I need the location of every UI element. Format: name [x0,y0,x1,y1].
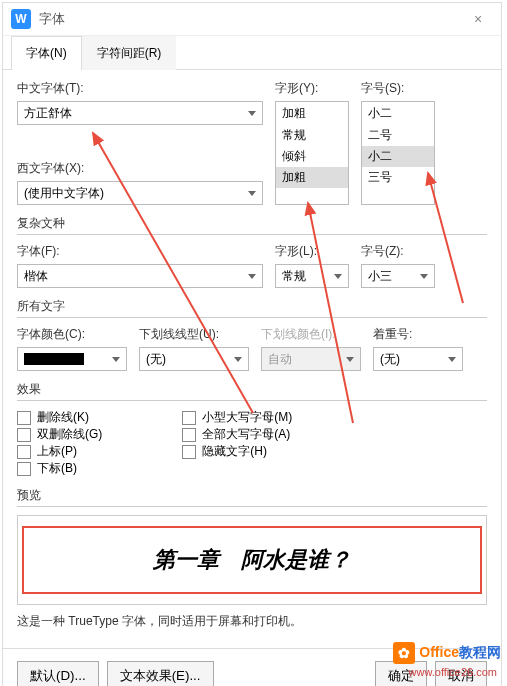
underline-color-combo: 自动 [261,347,361,371]
size-listbox[interactable]: 二号 小二 三号 [361,125,435,205]
default-button[interactable]: 默认(D)... [17,661,99,686]
underline-color-value: 自动 [268,351,292,368]
list-item[interactable]: 三号 [362,167,434,188]
chevron-down-icon [248,191,256,196]
alltext-header: 所有文字 [17,298,487,318]
list-item[interactable]: 倾斜 [276,146,348,167]
close-button[interactable]: × [463,9,493,29]
size-value: 小二 [368,105,392,122]
chevron-down-icon [346,357,354,362]
emphasis-value: (无) [380,351,400,368]
font-color-combo[interactable] [17,347,127,371]
complex-style-label: 字形(L): [275,243,349,260]
checkbox-strikethrough[interactable]: 删除线(K) [17,409,102,426]
size-label: 字号(S): [361,80,435,97]
watermark-text: Office教程网 [419,644,501,662]
style-value: 加粗 [282,105,306,122]
complex-size-value: 小三 [368,268,392,285]
effects-header: 效果 [17,381,487,401]
underline-type-combo[interactable]: (无) [139,347,249,371]
list-item[interactable]: 小二 [362,146,434,167]
complex-size-label: 字号(Z): [361,243,435,260]
checkbox-hidden[interactable]: 隐藏文字(H) [182,443,292,460]
emphasis-combo[interactable]: (无) [373,347,463,371]
underline-type-label: 下划线线型(U): [139,326,249,343]
complex-size-combo[interactable]: 小三 [361,264,435,288]
western-font-combo[interactable]: (使用中文字体) [17,181,263,205]
checkbox-double-strike[interactable]: 双删除线(G) [17,426,102,443]
style-label: 字形(Y): [275,80,349,97]
preview-panel: 第一章 阿水是谁？ [17,515,487,605]
chinese-font-value: 方正舒体 [24,105,72,122]
list-item[interactable]: 加粗 [276,167,348,188]
list-item[interactable]: 二号 [362,125,434,146]
chinese-font-combo[interactable]: 方正舒体 [17,101,263,125]
emphasis-label: 着重号: [373,326,463,343]
chevron-down-icon [334,274,342,279]
watermark: ✿ Office教程网 [393,642,501,664]
app-icon: W [11,9,31,29]
preview-text: 第一章 阿水是谁？ [22,526,482,594]
watermark-icon: ✿ [393,642,415,664]
style-input[interactable]: 加粗 [275,101,349,125]
chevron-down-icon [248,111,256,116]
complex-style-combo[interactable]: 常规 [275,264,349,288]
size-input[interactable]: 小二 [361,101,435,125]
tab-spacing[interactable]: 字符间距(R) [82,36,177,70]
dialog-title: 字体 [39,10,65,28]
checkbox-all-caps[interactable]: 全部大写字母(A) [182,426,292,443]
western-font-value: (使用中文字体) [24,185,104,202]
color-swatch [24,353,84,365]
complex-header: 复杂文种 [17,215,487,235]
tab-font[interactable]: 字体(N) [11,36,82,70]
text-effect-button[interactable]: 文本效果(E)... [107,661,214,686]
chevron-down-icon [248,274,256,279]
font-color-label: 字体颜色(C): [17,326,127,343]
complex-font-label: 字体(F): [17,243,263,260]
chevron-down-icon [448,357,456,362]
chevron-down-icon [420,274,428,279]
watermark-url: www.office26.com [409,666,497,678]
style-listbox[interactable]: 常规 倾斜 加粗 [275,125,349,205]
dialog-content: 中文字体(T): 方正舒体 字形(Y): 加粗 字号(S): 小二 [3,70,501,648]
chevron-down-icon [112,357,120,362]
complex-style-value: 常规 [282,268,306,285]
chevron-down-icon [234,357,242,362]
complex-font-combo[interactable]: 楷体 [17,264,263,288]
checkbox-subscript[interactable]: 下标(B) [17,460,102,477]
titlebar: W 字体 × [3,3,501,36]
preview-header: 预览 [17,487,487,507]
font-dialog: W 字体 × 字体(N) 字符间距(R) 中文字体(T): 方正舒体 字形(Y)… [2,2,502,686]
tab-strip: 字体(N) 字符间距(R) [3,36,501,70]
checkbox-small-caps[interactable]: 小型大写字母(M) [182,409,292,426]
western-font-label: 西文字体(X): [17,160,263,177]
underline-color-label: 下划线颜色(I): [261,326,361,343]
underline-type-value: (无) [146,351,166,368]
font-note: 这是一种 TrueType 字体，同时适用于屏幕和打印机。 [17,613,487,630]
list-item[interactable]: 常规 [276,125,348,146]
complex-font-value: 楷体 [24,268,48,285]
chinese-font-label: 中文字体(T): [17,80,263,97]
checkbox-superscript[interactable]: 上标(P) [17,443,102,460]
